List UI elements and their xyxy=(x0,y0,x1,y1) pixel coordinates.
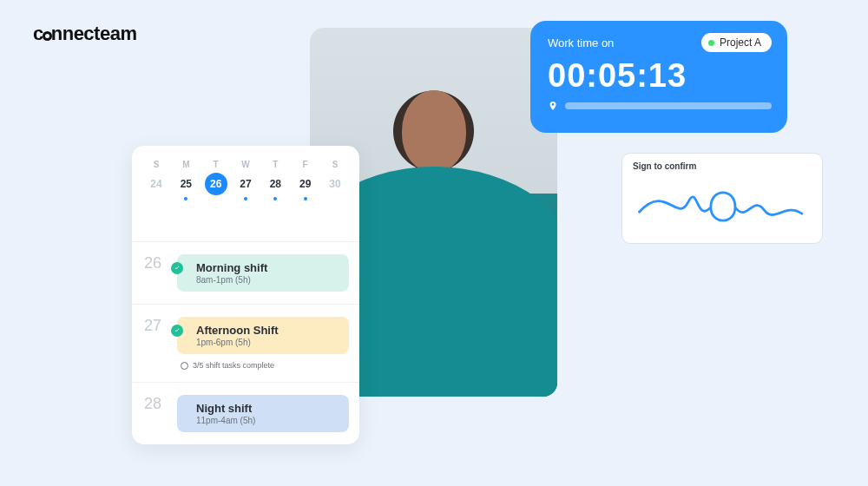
progress-ring-icon xyxy=(181,362,188,370)
timer-label: Work time on xyxy=(548,36,614,49)
calendar-weekday: S xyxy=(144,160,168,169)
calendar-day-dot-icon xyxy=(244,197,247,200)
calendar-day-number: 24 xyxy=(145,173,168,195)
shift-day-number: 28 xyxy=(144,395,168,413)
work-timer-card: Work time on Project A 00:05:13 xyxy=(530,21,787,133)
signature-label: Sign to confirm xyxy=(633,161,812,171)
photo-face xyxy=(402,90,466,172)
shift-title: Morning shift xyxy=(196,261,339,274)
calendar-day[interactable]: 24 xyxy=(144,173,168,200)
signature-card[interactable]: Sign to confirm xyxy=(621,153,823,244)
calendar-day[interactable]: 28 xyxy=(263,173,287,200)
signature-stroke xyxy=(633,173,812,233)
progress-track xyxy=(565,102,772,109)
check-icon xyxy=(171,262,183,274)
calendar-day[interactable]: 27 xyxy=(233,173,258,200)
calendar-weekday: T xyxy=(204,160,228,169)
calendar-day[interactable]: 29 xyxy=(293,173,318,200)
shift-title: Night shift xyxy=(196,402,339,415)
brand-logo: cnnecteam xyxy=(33,23,136,45)
shift-row[interactable]: 27Afternoon Shift1pm-6pm (5h)3/5 shift t… xyxy=(132,304,359,382)
calendar-day-number: 29 xyxy=(294,173,317,195)
shift-title: Afternoon Shift xyxy=(196,324,339,337)
calendar-day[interactable]: 26 xyxy=(204,173,228,200)
calendar-weekday: M xyxy=(174,160,198,169)
timer-readout: 00:05:13 xyxy=(548,57,772,95)
calendar-day-number: 25 xyxy=(174,173,197,195)
project-name: Project A xyxy=(720,36,761,49)
shift-calendar-card: SMTWTFS 24252627282930 26Morning shift8a… xyxy=(132,146,359,444)
calendar-day-number: 28 xyxy=(264,173,286,195)
status-dot-icon xyxy=(708,40,714,46)
shift-subtitle: 1pm-6pm (5h) xyxy=(196,338,339,347)
shift-row[interactable]: 28Night shift11pm-4am (5h) xyxy=(132,382,359,444)
shift-card[interactable]: Night shift11pm-4am (5h) xyxy=(177,395,349,432)
shift-row[interactable]: 26Morning shift8am-1pm (5h) xyxy=(132,241,359,304)
shift-card[interactable]: Morning shift8am-1pm (5h) xyxy=(177,254,349,292)
photo-tablet xyxy=(380,208,513,360)
location-pin-icon xyxy=(548,100,558,112)
calendar-dates-row: 24252627282930 xyxy=(144,173,347,200)
calendar-day-dot-icon xyxy=(304,197,307,200)
calendar-day-dot-icon xyxy=(184,197,187,200)
calendar-day[interactable]: 25 xyxy=(174,173,198,200)
shift-subtitle: 11pm-4am (5h) xyxy=(196,416,339,425)
calendar-day-number: 26 xyxy=(205,173,227,195)
timer-footer xyxy=(548,100,772,112)
calendar-weekday: S xyxy=(323,160,347,169)
brand-text-rest: nnecteam xyxy=(51,23,137,44)
calendar-day-dot-icon xyxy=(273,197,277,200)
calendar-day-number: 27 xyxy=(234,173,257,195)
shift-tasks-note: 3/5 shift tasks complete xyxy=(181,361,349,370)
calendar-day[interactable]: 30 xyxy=(323,173,347,200)
project-selector-pill[interactable]: Project A xyxy=(701,33,772,52)
shift-day-number: 27 xyxy=(144,317,168,335)
shift-list: 26Morning shift8am-1pm (5h)27Afternoon S… xyxy=(132,241,359,444)
calendar-weekday: F xyxy=(293,160,318,169)
brand-text-prefix: c xyxy=(33,23,43,44)
calendar-weekday: T xyxy=(263,160,287,169)
shift-card[interactable]: Afternoon Shift1pm-6pm (5h) xyxy=(177,317,349,354)
calendar-day-number: 30 xyxy=(324,173,346,195)
calendar-weekday: W xyxy=(233,160,258,169)
shift-tasks-text: 3/5 shift tasks complete xyxy=(193,361,274,370)
shift-day-number: 26 xyxy=(144,254,168,273)
calendar-weekday-row: SMTWTFS xyxy=(144,160,347,169)
shift-subtitle: 8am-1pm (5h) xyxy=(196,275,339,285)
check-icon xyxy=(171,325,183,337)
